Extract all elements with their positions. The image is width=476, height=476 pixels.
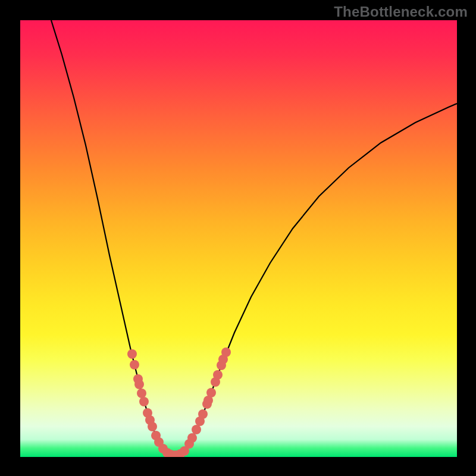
data-dot	[187, 433, 197, 443]
chart-container: TheBottleneck.com	[0, 0, 476, 476]
curve-svg	[20, 20, 457, 457]
data-dot	[213, 370, 223, 380]
data-dot	[134, 380, 144, 389]
data-dot	[139, 397, 149, 406]
watermark-text: TheBottleneck.com	[334, 4, 468, 20]
plot-area	[20, 20, 457, 457]
data-dots-group	[127, 347, 231, 457]
data-dot	[192, 425, 201, 434]
data-dot	[127, 349, 137, 359]
data-dot	[206, 388, 216, 397]
data-dot	[137, 389, 146, 398]
bottleneck-curve	[51, 20, 457, 455]
data-dot	[221, 347, 231, 357]
data-dot	[148, 422, 157, 431]
data-dot	[130, 360, 139, 369]
data-dot	[198, 409, 208, 419]
